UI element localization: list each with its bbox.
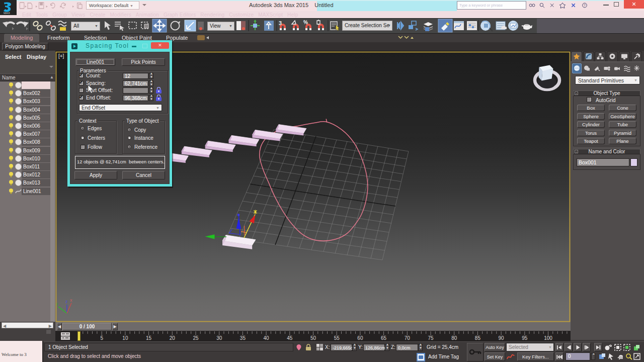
svg-text:75: 75 xyxy=(428,335,434,341)
svg-text:15: 15 xyxy=(146,335,152,341)
svg-text:z: z xyxy=(65,299,68,304)
svg-text:5: 5 xyxy=(100,335,103,341)
svg-text:20: 20 xyxy=(170,335,176,341)
svg-text:85: 85 xyxy=(475,335,481,341)
svg-text:10: 10 xyxy=(122,335,128,341)
svg-text:30: 30 xyxy=(216,335,222,341)
svg-text:MAX: MAX xyxy=(4,12,10,15)
svg-text:40: 40 xyxy=(264,335,270,341)
svg-text:3: 3 xyxy=(279,20,282,26)
svg-text:%: % xyxy=(303,20,308,25)
svg-text:25: 25 xyxy=(193,335,199,341)
svg-text:70: 70 xyxy=(405,335,411,341)
svg-text:35: 35 xyxy=(240,335,246,341)
svg-text:55: 55 xyxy=(334,335,340,341)
svg-text:80: 80 xyxy=(451,335,457,341)
svg-text:[+]: [+] xyxy=(58,53,64,59)
svg-text:x: x xyxy=(70,298,72,303)
svg-text:50: 50 xyxy=(310,335,316,341)
svg-text:65: 65 xyxy=(381,335,387,341)
svg-text:90: 90 xyxy=(499,335,505,341)
svg-text:60: 60 xyxy=(357,335,363,341)
svg-text:45: 45 xyxy=(287,335,293,341)
svg-text:100: 100 xyxy=(544,335,552,341)
svg-text:?: ? xyxy=(584,4,586,7)
svg-text:95: 95 xyxy=(522,335,528,341)
